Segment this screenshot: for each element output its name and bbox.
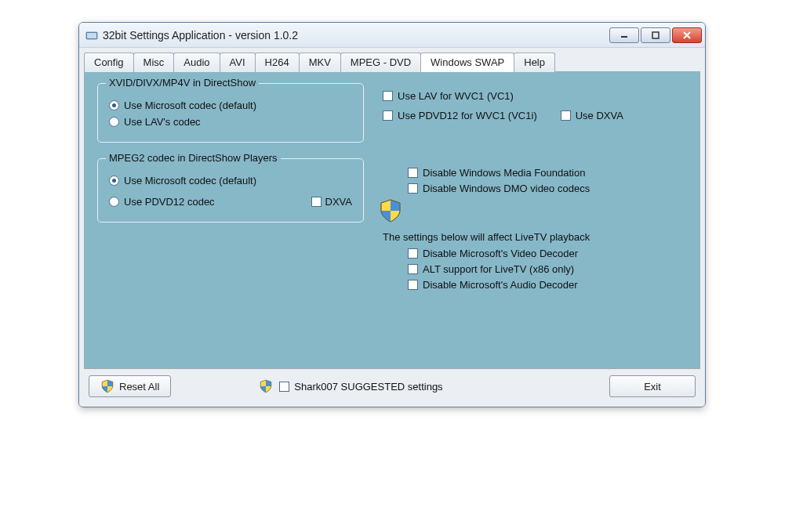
checkbox-icon: [408, 168, 418, 178]
shield-icon: [259, 379, 273, 393]
mpeg2-groupbox: MPEG2 codec in DirectShow Players Use Mi…: [97, 158, 364, 223]
tab-avi[interactable]: AVI: [220, 52, 256, 72]
left-column: XVID/DIVX/MP4V in DirectShow Use Microso…: [97, 83, 364, 354]
svg-rect-3: [652, 32, 659, 38]
checkbox-icon: [383, 110, 393, 121]
maximize-button[interactable]: [641, 27, 670, 43]
suggested-settings-checkbox[interactable]: Shark007 SUGGESTED settings: [279, 381, 442, 393]
mpeg2-pdvd12-label: Use PDVD12 codec: [124, 196, 215, 208]
alt-livetv-checkbox[interactable]: ALT support for LiveTV (x86 only): [408, 263, 687, 275]
disable-mf-label: Disable Windows Media Foundation: [423, 167, 585, 179]
footer: Reset All Shark007 SUGGESTED settings Ex…: [84, 369, 700, 402]
mpeg2-dxva-label: DXVA: [325, 196, 352, 208]
app-window: 32bit Settings Application - version 1.0…: [78, 22, 706, 407]
xvid-groupbox: XVID/DIVX/MP4V in DirectShow Use Microso…: [97, 83, 364, 143]
use-dxva-label: Use DXVA: [576, 110, 623, 121]
radio-icon: [109, 176, 119, 186]
disable-mf-checkbox[interactable]: Disable Windows Media Foundation: [408, 167, 687, 179]
mpeg2-pdvd12-radio[interactable]: Use PDVD12 codec: [109, 196, 215, 208]
disable-dmo-label: Disable Windows DMO video codecs: [423, 183, 590, 194]
close-button[interactable]: [672, 27, 702, 43]
checkbox-icon: [408, 280, 418, 290]
livetv-info-text: The settings below will affect LiveTV pl…: [383, 231, 687, 243]
tab-windows-swap[interactable]: Windows SWAP: [420, 52, 514, 72]
pdvd12-wvc1i-checkbox[interactable]: Use PDVD12 for WVC1 (VC1i): [383, 110, 537, 121]
disable-video-decoder-label: Disable Microsoft's Video Decoder: [423, 248, 578, 259]
tab-h264[interactable]: H264: [255, 52, 300, 72]
checkbox-icon: [279, 382, 289, 392]
radio-icon: [109, 197, 119, 207]
xvid-lav-codec-label: Use LAV's codec: [124, 116, 201, 128]
minimize-icon: [620, 31, 628, 39]
tab-mpeg-dvd[interactable]: MPEG - DVD: [340, 52, 421, 72]
disable-audio-decoder-checkbox[interactable]: Disable Microsoft's Audio Decoder: [408, 279, 687, 291]
close-icon: [683, 31, 691, 39]
pdvd12-wvc1i-label: Use PDVD12 for WVC1 (VC1i): [398, 110, 537, 121]
checkbox-icon: [561, 110, 571, 121]
checkbox-icon: [408, 183, 418, 194]
checkbox-icon: [383, 91, 393, 101]
use-dxva-checkbox[interactable]: Use DXVA: [561, 110, 623, 121]
mpeg2-ms-codec-label: Use Microsoft codec (default): [124, 175, 256, 186]
tab-audio[interactable]: Audio: [173, 52, 220, 72]
maximize-icon: [652, 31, 659, 39]
window-title: 32bit Settings Application - version 1.0…: [103, 29, 609, 42]
xvid-ms-codec-radio[interactable]: Use Microsoft codec (default): [109, 100, 352, 111]
tab-panel-windows-swap: XVID/DIVX/MP4V in DirectShow Use Microso…: [84, 71, 700, 369]
xvid-lav-codec-radio[interactable]: Use LAV's codec: [109, 116, 352, 128]
mpeg2-dxva-checkbox[interactable]: DXVA: [311, 196, 352, 208]
radio-icon: [109, 117, 119, 127]
checkbox-icon: [311, 197, 322, 207]
reset-all-button[interactable]: Reset All: [89, 375, 171, 397]
alt-livetv-label: ALT support for LiveTV (x86 only): [423, 263, 574, 275]
suggested-settings-label: Shark007 SUGGESTED settings: [294, 381, 442, 393]
lav-wvc1-checkbox[interactable]: Use LAV for WVC1 (VC1): [383, 90, 687, 102]
tab-mkv[interactable]: MKV: [299, 52, 341, 72]
xvid-ms-codec-label: Use Microsoft codec (default): [124, 100, 256, 111]
lav-wvc1-label: Use LAV for WVC1 (VC1): [398, 90, 514, 102]
exit-label: Exit: [644, 381, 661, 393]
disable-audio-decoder-label: Disable Microsoft's Audio Decoder: [423, 279, 578, 291]
radio-icon: [109, 100, 119, 110]
tab-strip: ConfigMiscAudioAVIH264MKVMPEG - DVDWindo…: [84, 52, 700, 72]
window-controls: [609, 27, 702, 43]
checkbox-icon: [408, 248, 418, 259]
right-column: Use LAV for WVC1 (VC1) Use PDVD12 for WV…: [383, 83, 687, 354]
app-icon: [85, 29, 98, 42]
disable-video-decoder-checkbox[interactable]: Disable Microsoft's Video Decoder: [408, 248, 687, 259]
shield-icon: [100, 379, 114, 393]
client-area: ConfigMiscAudioAVIH264MKVMPEG - DVDWindo…: [79, 48, 705, 407]
mpeg2-ms-codec-radio[interactable]: Use Microsoft codec (default): [109, 175, 352, 186]
minimize-button[interactable]: [609, 27, 639, 43]
tab-help[interactable]: Help: [514, 52, 555, 72]
mpeg2-legend: MPEG2 codec in DirectShow Players: [106, 152, 281, 164]
titlebar[interactable]: 32bit Settings Application - version 1.0…: [79, 23, 705, 48]
exit-button[interactable]: Exit: [609, 375, 696, 397]
checkbox-icon: [408, 264, 418, 274]
tab-misc[interactable]: Misc: [133, 52, 175, 72]
xvid-legend: XVID/DIVX/MP4V in DirectShow: [106, 77, 259, 89]
tab-config[interactable]: Config: [84, 52, 134, 72]
disable-dmo-checkbox[interactable]: Disable Windows DMO video codecs: [408, 183, 687, 194]
reset-all-label: Reset All: [119, 381, 159, 393]
shield-icon: [378, 198, 403, 223]
